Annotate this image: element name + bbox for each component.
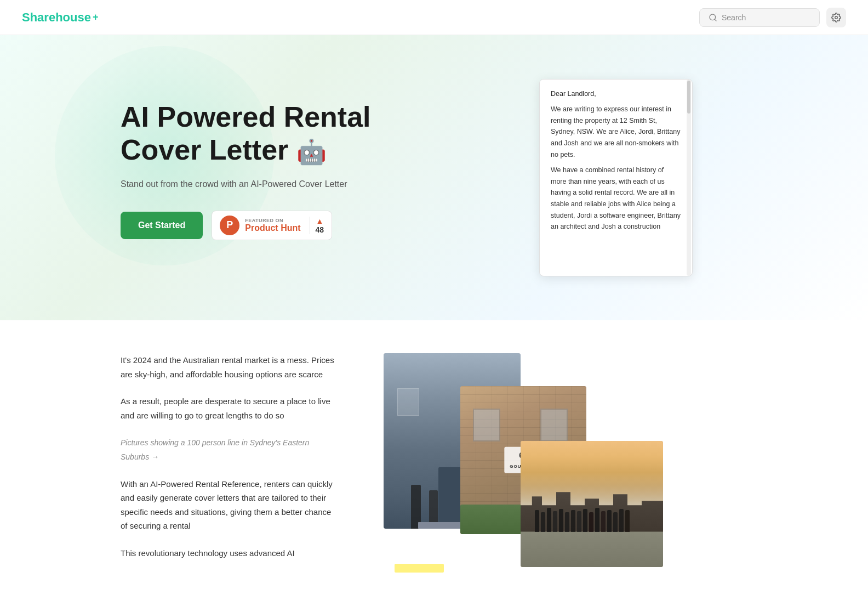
- photo-link-text: Pictures showing a 100 person line in Sy…: [121, 438, 309, 461]
- second-section: It's 2024 and the Australian rental mark…: [0, 320, 868, 606]
- product-hunt-featured-label: FEATURED ON: [245, 218, 300, 223]
- header: Sharehouse+ Search: [0, 0, 868, 35]
- hero-content: AI Powered Rental Cover Letter 🤖 Stand o…: [121, 68, 427, 240]
- gear-icon: [831, 13, 841, 22]
- photo-queue-street: [521, 441, 663, 567]
- paragraph-ai-powered: With an AI-Powered Rental Reference, ren…: [121, 477, 340, 533]
- product-hunt-name: Product Hunt: [245, 223, 300, 233]
- logo-text: Sharehouse: [22, 10, 91, 25]
- photo-collage: 68GOULD ST: [384, 353, 824, 584]
- vote-count: 48: [316, 225, 324, 234]
- paragraph-desperate: As a result, people are desperate to sec…: [121, 394, 340, 422]
- search-icon: [709, 13, 717, 22]
- svg-point-2: [835, 16, 838, 19]
- photo-link[interactable]: Pictures showing a 100 person line in Sy…: [121, 438, 309, 461]
- second-text: It's 2024 and the Australian rental mark…: [121, 353, 340, 573]
- search-label: Search: [722, 13, 746, 22]
- upvote-arrow-icon: ▲: [316, 217, 323, 225]
- yellow-highlight: [395, 564, 444, 573]
- product-hunt-logo: P: [220, 216, 239, 235]
- search-bar[interactable]: Search: [699, 8, 820, 27]
- scrollbar-thumb: [687, 81, 690, 114]
- paragraph-revolutionary-partial: This revolutionary technology uses advan…: [121, 546, 340, 560]
- header-right: Search: [699, 8, 846, 27]
- logo[interactable]: Sharehouse+: [22, 10, 98, 25]
- settings-button[interactable]: [826, 8, 846, 27]
- product-hunt-badge[interactable]: P FEATURED ON Product Hunt ▲ 48: [212, 211, 332, 240]
- paragraph-rental-mess: It's 2024 and the Australian rental mark…: [121, 353, 340, 381]
- document-content: Dear Landlord, We are writing to express…: [540, 80, 692, 241]
- logo-plus: +: [93, 12, 99, 23]
- hero-title-line1: AI Powered Rental: [121, 101, 371, 133]
- hero-section: AI Powered Rental Cover Letter 🤖 Stand o…: [0, 35, 868, 320]
- document-preview: Dear Landlord, We are writing to express…: [539, 79, 693, 276]
- get-started-button[interactable]: Get Started: [121, 212, 203, 239]
- hero-title: AI Powered Rental Cover Letter 🤖: [121, 101, 427, 167]
- hero-title-line2: Cover Letter: [121, 134, 288, 166]
- product-hunt-text: FEATURED ON Product Hunt: [245, 218, 300, 233]
- hero-actions: Get Started P FEATURED ON Product Hunt ▲…: [121, 211, 427, 240]
- robot-emoji: 🤖: [296, 138, 327, 166]
- product-hunt-votes: ▲ 48: [310, 217, 324, 234]
- document-scrollbar[interactable]: [687, 80, 691, 276]
- hero-subtitle: Stand out from the crowd with an AI-Powe…: [121, 178, 427, 191]
- paragraph-revolutionary-text: This revolutionary technology uses advan…: [121, 548, 295, 558]
- svg-line-1: [715, 19, 716, 21]
